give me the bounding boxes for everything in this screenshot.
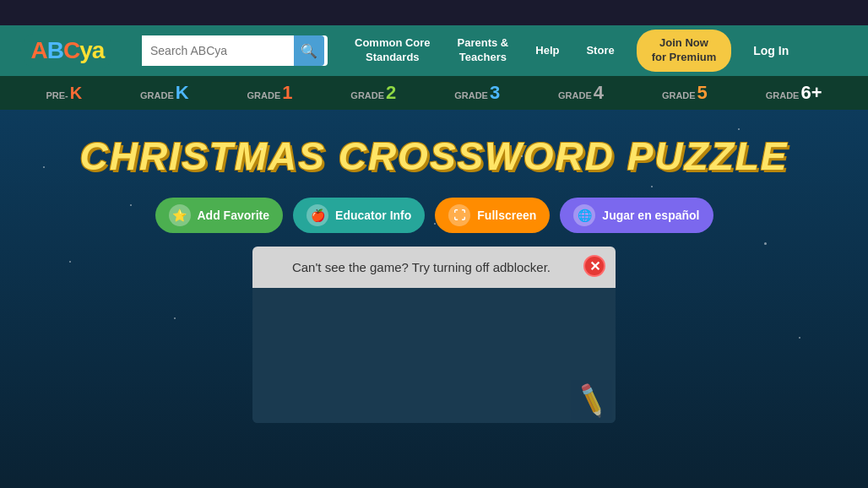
grade-2-prefix: GRADE <box>350 90 384 100</box>
grade-5[interactable]: GRADE 5 <box>662 82 708 104</box>
grade-4[interactable]: GRADE 4 <box>558 82 604 104</box>
search-input[interactable] <box>142 35 294 66</box>
join-premium-button[interactable]: Join Now for Premium <box>637 30 732 72</box>
fullscreen-label: Fullscreen <box>477 209 536 222</box>
star-icon: ⭐ <box>169 204 191 226</box>
nav-links: Common Core Standards Parents & Teachers… <box>334 30 868 72</box>
grade-3[interactable]: GRADE 3 <box>454 82 500 104</box>
grade-4-label: 4 <box>594 82 604 104</box>
grade-6[interactable]: GRADE 6+ <box>766 82 822 104</box>
spanish-button[interactable]: 🌐 Jugar en español <box>560 198 713 233</box>
nav-link-parents-teachers[interactable]: Parents & Teachers <box>446 31 521 70</box>
educator-info-button[interactable]: 🍎 Educator Info <box>293 198 425 233</box>
action-buttons: ⭐ Add Favorite 🍎 Educator Info ⛶ Fullscr… <box>155 198 713 233</box>
nav-link-help[interactable]: Help <box>524 39 571 63</box>
grade-4-prefix: GRADE <box>558 90 592 100</box>
grade-k-prefix: GRADE <box>140 90 174 100</box>
search-area: 🔍 <box>142 35 328 66</box>
game-area: Can't see the game? Try turning off adbl… <box>252 247 616 423</box>
grade-bar: PRE- K GRADE K GRADE 1 GRADE 2 GRADE 3 G… <box>0 76 868 110</box>
game-frame: ✏️ <box>252 288 616 423</box>
grade-1-prefix: GRADE <box>247 90 281 100</box>
grade-5-prefix: GRADE <box>662 90 696 100</box>
grade-k[interactable]: GRADE K <box>140 82 189 104</box>
login-button[interactable]: Log In <box>741 39 800 62</box>
close-adblocker-button[interactable]: ✕ <box>583 255 605 277</box>
main-content: Christmas Crossword Puzzle ⭐ Add Favorit… <box>0 110 868 488</box>
logo[interactable]: ABCya <box>24 34 111 68</box>
apple-icon: 🍎 <box>307 204 328 226</box>
grade-6-label: 6+ <box>800 82 822 104</box>
add-favorite-button[interactable]: ⭐ Add Favorite <box>155 198 284 233</box>
grade-pre-k[interactable]: PRE- K <box>46 84 82 103</box>
grade-1-label: 1 <box>282 82 292 104</box>
main-nav: ABCya 🔍 Common Core Standards Parents & … <box>0 25 868 76</box>
fullscreen-icon: ⛶ <box>448 204 470 226</box>
search-button[interactable]: 🔍 <box>294 35 324 66</box>
page-title: Christmas Crossword Puzzle <box>79 133 788 179</box>
nav-link-store[interactable]: Store <box>574 39 626 63</box>
nav-link-common-core[interactable]: Common Core Standards <box>343 31 442 70</box>
grade-1[interactable]: GRADE 1 <box>247 82 293 104</box>
grade-6-prefix: GRADE <box>766 90 800 100</box>
grade-k-label: K <box>176 82 189 104</box>
globe-icon: 🌐 <box>573 204 595 226</box>
grade-3-prefix: GRADE <box>454 90 488 100</box>
logo-area: ABCya <box>0 25 135 76</box>
grade-pre-k-label: K <box>70 84 82 103</box>
grade-2[interactable]: GRADE 2 <box>350 82 396 104</box>
top-bar <box>0 0 868 25</box>
grade-2-label: 2 <box>386 82 396 104</box>
adblocker-text: Can't see the game? Try turning off adbl… <box>292 260 551 274</box>
grade-3-label: 3 <box>490 82 500 104</box>
adblocker-notice: Can't see the game? Try turning off adbl… <box>252 247 616 288</box>
pencil-icon: ✏️ <box>572 381 611 420</box>
add-favorite-label: Add Favorite <box>198 209 270 222</box>
grade-5-label: 5 <box>697 82 708 104</box>
spanish-label: Jugar en español <box>602 209 699 222</box>
fullscreen-button[interactable]: ⛶ Fullscreen <box>435 198 550 233</box>
educator-info-label: Educator Info <box>335 209 411 222</box>
grade-pre-k-prefix: PRE- <box>46 90 68 100</box>
